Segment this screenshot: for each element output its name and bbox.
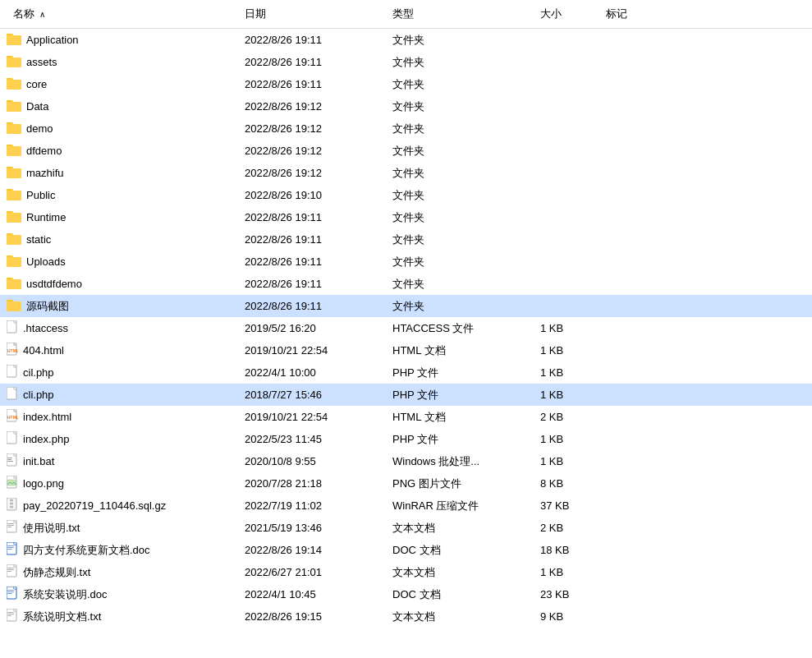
file-size: [534, 83, 599, 86]
table-row[interactable]: core2022/8/26 19:11文件夹: [0, 73, 812, 95]
table-row[interactable]: init.bat2020/10/8 9:55Windows 批处理...1 KB: [0, 450, 812, 472]
file-name-cell: Data: [0, 97, 238, 116]
table-row[interactable]: Application2022/8/26 19:11文件夹: [0, 29, 812, 51]
table-row[interactable]: cli.php2018/7/27 15:46PHP 文件1 KB: [0, 384, 812, 406]
file-date: 2021/5/19 13:46: [238, 520, 386, 536]
folder-icon: [7, 232, 21, 247]
file-tag: [599, 150, 665, 153]
svg-rect-45: [7, 593, 12, 594]
file-date: 2022/8/26 19:11: [238, 232, 386, 247]
table-row[interactable]: 系统说明文档.txt2022/8/26 19:15文本文档9 KB: [0, 605, 812, 628]
table-row[interactable]: index.php2022/5/23 11:45PHP 文件1 KB: [0, 428, 812, 450]
file-tag: [599, 571, 665, 574]
svg-rect-39: [7, 569, 14, 570]
file-date: 2022/8/26 19:11: [238, 54, 386, 70]
file-size: [534, 150, 599, 153]
table-row[interactable]: usdtdfdemo2022/8/26 19:11文件夹: [0, 273, 812, 295]
table-row[interactable]: cil.php2022/4/1 10:00PHP 文件1 KB: [0, 361, 812, 384]
file-size: 1 KB: [534, 431, 599, 447]
folder-icon: [7, 99, 21, 114]
file-name: Uploads: [26, 255, 66, 268]
svg-rect-28: [7, 523, 14, 524]
file-name: 源码截图: [26, 299, 69, 314]
file-name-cell: HTML index.html: [0, 407, 238, 426]
file-tag: [599, 460, 665, 463]
folder-icon: [7, 209, 21, 225]
svg-rect-30: [7, 527, 11, 527]
file-date: 2019/5/2 16:20: [238, 320, 386, 336]
file-type: 文件夹: [386, 209, 534, 227]
table-row[interactable]: HTML 404.html2019/10/21 22:54HTML 文档1 KB: [0, 339, 812, 361]
file-tag: [599, 549, 665, 552]
table-row[interactable]: Public2022/8/26 19:10文件夹: [0, 184, 812, 206]
file-date: 2019/10/21 22:54: [238, 409, 386, 425]
table-row[interactable]: dfdemo2022/8/26 19:12文件夹: [0, 140, 812, 162]
file-name: index.php: [23, 433, 69, 445]
file-txt-icon: [7, 520, 18, 536]
file-size: 2 KB: [534, 409, 599, 425]
file-name: static: [26, 233, 51, 246]
file-date: 2022/8/26 19:12: [238, 99, 386, 114]
file-size: 8 KB: [534, 476, 599, 491]
svg-rect-35: [7, 549, 12, 550]
table-row[interactable]: 系统安装说明.doc2022/4/1 10:45DOC 文档23 KB: [0, 583, 812, 605]
file-date: 2022/8/26 19:12: [238, 165, 386, 181]
table-row[interactable]: 使用说明.txt2021/5/19 13:46文本文档2 KB: [0, 517, 812, 539]
table-row[interactable]: pay_20220719_110446.sql.gz2022/7/19 11:0…: [0, 495, 812, 517]
file-size: [534, 61, 599, 64]
file-doc-icon: [7, 542, 18, 558]
file-name: 404.html: [23, 344, 64, 357]
table-row[interactable]: Runtime2022/8/26 19:11文件夹: [0, 206, 812, 228]
folder-icon: [7, 143, 21, 159]
file-html-icon: HTML: [7, 409, 18, 425]
table-row[interactable]: HTML index.html2019/10/21 22:54HTML 文档2 …: [0, 406, 812, 428]
file-name-cell: Application: [0, 30, 238, 49]
table-row[interactable]: Uploads2022/8/26 19:11文件夹: [0, 251, 812, 273]
col-header-type[interactable]: 类型: [386, 3, 534, 25]
file-size: [534, 194, 599, 197]
table-row[interactable]: Data2022/8/26 19:12文件夹: [0, 95, 812, 117]
table-row[interactable]: demo2022/8/26 19:12文件夹: [0, 117, 812, 140]
col-header-date[interactable]: 日期: [238, 3, 386, 25]
svg-rect-24: [10, 503, 13, 504]
file-tag: [599, 504, 665, 508]
svg-rect-49: [7, 614, 14, 614]
file-name: logo.png: [23, 477, 64, 490]
file-name-cell: HTML 404.html: [0, 341, 238, 360]
svg-rect-40: [7, 571, 11, 572]
col-header-size[interactable]: 大小: [534, 3, 599, 25]
file-zip-icon: [7, 498, 18, 513]
file-name: 四方支付系统更新文档.doc: [23, 543, 150, 558]
file-name-cell: static: [0, 230, 238, 249]
file-name-cell: cli.php: [0, 385, 238, 404]
file-type: 文件夹: [386, 164, 534, 182]
file-tag: [599, 260, 665, 264]
file-type: Windows 批处理...: [386, 453, 534, 471]
table-row[interactable]: .htaccess2019/5/2 16:20HTACCESS 文件1 KB: [0, 317, 812, 339]
file-doc-icon: [7, 587, 18, 602]
table-row[interactable]: 源码截图2022/8/26 19:11文件夹: [0, 295, 812, 317]
svg-rect-48: [7, 612, 14, 613]
file-type: 文件夹: [386, 31, 534, 49]
table-row[interactable]: assets2022/8/26 19:11文件夹: [0, 51, 812, 73]
table-row[interactable]: static2022/8/26 19:11文件夹: [0, 228, 812, 251]
table-row[interactable]: mazhifu2022/8/26 19:12文件夹: [0, 162, 812, 184]
file-type: WinRAR 压缩文件: [386, 497, 534, 515]
file-size: 9 KB: [534, 609, 599, 624]
col-header-name[interactable]: 名称 ∧: [0, 3, 238, 25]
file-name: 伪静态规则.txt: [23, 565, 90, 580]
file-size: 18 KB: [534, 542, 599, 558]
table-row[interactable]: 四方支付系统更新文档.doc2022/8/26 19:14DOC 文档18 KB: [0, 539, 812, 561]
file-name: cil.php: [23, 366, 54, 379]
file-type: DOC 文档: [386, 541, 534, 559]
svg-rect-15: [7, 459, 11, 460]
table-row[interactable]: 伪静态规则.txt2022/6/27 21:01文本文档1 KB: [0, 561, 812, 583]
table-row[interactable]: logo.png2020/7/28 21:18PNG 图片文件8 KB: [0, 472, 812, 495]
file-date: 2022/4/1 10:45: [238, 587, 386, 602]
file-tag: [599, 593, 665, 596]
file-tag: [599, 61, 665, 64]
file-size: 2 KB: [534, 520, 599, 536]
svg-rect-44: [7, 591, 14, 592]
col-header-tag[interactable]: 标记: [599, 3, 665, 25]
file-type: 文件夹: [386, 253, 534, 271]
